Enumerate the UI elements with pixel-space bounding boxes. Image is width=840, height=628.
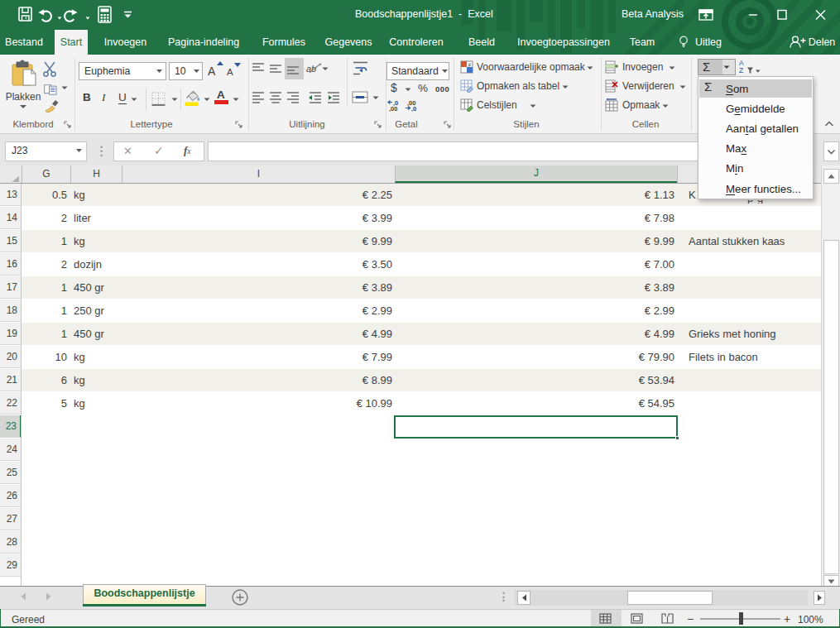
svg-text:Z: Z: [739, 66, 743, 74]
svg-text:,00: ,00: [389, 105, 397, 112]
svg-text:≠: ≠: [468, 62, 472, 68]
svg-text:,0: ,0: [411, 105, 416, 112]
